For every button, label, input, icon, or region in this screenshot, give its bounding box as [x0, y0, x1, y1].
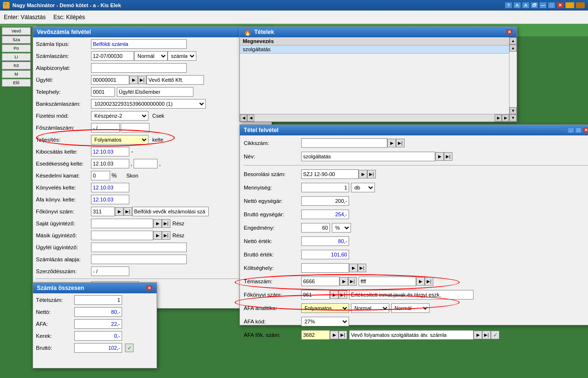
afa-analitika-normal1-select[interactable]: Normal [351, 303, 389, 313]
sajat-ugyintező-input[interactable] [91, 219, 153, 228]
szerzodes-input[interactable] [91, 267, 129, 276]
koltseg-nav1[interactable]: ▶ [349, 264, 358, 272]
tetel-list-item[interactable]: szolgáltatás [240, 45, 517, 54]
telephely-id-input[interactable] [91, 87, 115, 97]
koltseg-input[interactable] [301, 263, 349, 273]
max-btn[interactable]: □ [548, 2, 555, 9]
bankszamlaszam-select[interactable]: 102002322931539600000000 (1) [91, 99, 206, 109]
besorolasi-nav1[interactable]: ▶ [359, 170, 367, 178]
scroll-down2-btn[interactable]: ▼ [509, 107, 517, 114]
szamlaszam-input[interactable] [91, 51, 134, 61]
tf-fokonyvi-nav2[interactable]: ▶| [339, 290, 347, 299]
besorolasi-input[interactable] [301, 169, 359, 179]
besorolasi-nav2[interactable]: ▶| [367, 170, 376, 178]
brutto-ertek-input[interactable] [301, 250, 349, 259]
scroll-right2-btn[interactable]: ▶ [495, 114, 502, 122]
restore-btn[interactable]: 🗗 [531, 2, 538, 9]
temas-desc-nav2[interactable]: ▶| [425, 277, 433, 286]
mennyiseg-unit-select[interactable]: db [351, 183, 375, 192]
mennyiseg-input[interactable] [301, 183, 349, 192]
scroll-up2-btn[interactable]: ▲ [509, 44, 517, 52]
ugyfel-ugyintező-input[interactable] [91, 243, 187, 252]
fokonyvi-nav-next[interactable]: ▶ [115, 207, 124, 216]
afa-analitika-normal2-select[interactable]: Normál [391, 303, 430, 313]
sidebar-item-vevo[interactable]: Vevő [2, 27, 31, 35]
scroll-up-btn[interactable]: ▲ [509, 37, 517, 44]
fokonyvi-input[interactable] [91, 207, 115, 216]
teljesites-select[interactable]: Folyamatos [91, 135, 148, 145]
temas-nav2[interactable]: ▶| [348, 277, 357, 286]
sidebar-item-sza[interactable]: Sza [2, 36, 31, 44]
kibocsatas-input[interactable] [91, 147, 129, 156]
afa-fok-check[interactable]: ✓ [491, 331, 499, 339]
afa-input[interactable] [91, 195, 129, 204]
koltseg-nav2[interactable]: ▶| [358, 264, 366, 272]
afa-analitika-select[interactable]: Folyamatos [301, 303, 349, 313]
scroll-down-btn[interactable]: ▼ [509, 114, 517, 122]
cikkszam-input[interactable] [301, 138, 387, 148]
sajat-nav1[interactable]: ▶ [153, 219, 162, 228]
szamla-tipus-input[interactable] [91, 39, 187, 49]
ugyfel-nav-end[interactable]: ▶| [138, 76, 147, 84]
szamlaszam-szamla-select[interactable]: számla [168, 51, 196, 61]
brutto-egysegar-input[interactable] [301, 210, 349, 219]
tetel-list-close[interactable]: ✕ [506, 29, 513, 35]
tetel-list-scrollbar-h[interactable]: ◀ ◀ ▶ ▶ [240, 114, 509, 122]
netto-ertek-input[interactable] [301, 236, 349, 246]
tf-fokonyvi-desc-input[interactable] [349, 290, 474, 300]
sidebar-item-m[interactable]: M [2, 70, 31, 78]
ugyfel-name-input[interactable] [147, 75, 204, 85]
tf-min-btn[interactable]: _ [567, 127, 574, 133]
szamla-kerek-input[interactable] [74, 331, 122, 341]
menu-esc[interactable]: Esc: Kilépés [53, 14, 85, 21]
masik-nav2[interactable]: ▶| [162, 231, 170, 240]
konyveles-input[interactable] [91, 183, 129, 192]
color-btn2[interactable] [576, 2, 585, 9]
tf-close-btn[interactable]: ✕ [583, 127, 588, 133]
temas-input[interactable] [301, 277, 339, 286]
netto-egysegar-input[interactable] [301, 196, 349, 206]
tetelszam-input[interactable] [74, 295, 122, 305]
telephely-name-input[interactable] [117, 87, 193, 97]
sidebar-item-po[interactable]: Po [2, 44, 31, 52]
fokonyvi-nav-end[interactable]: ▶| [124, 207, 132, 216]
afa-fok-desc-nav2[interactable]: ▶| [482, 331, 491, 339]
afa-fok-szam-input[interactable] [301, 330, 330, 340]
temas-desc-nav1[interactable]: ▶ [416, 277, 425, 286]
nev-input[interactable] [301, 152, 435, 161]
szamla-afa-input[interactable] [74, 319, 122, 329]
szamlazas-input[interactable] [91, 255, 187, 264]
esedekesseg-input2[interactable] [134, 159, 158, 168]
esedekesseg-input[interactable] [91, 159, 129, 168]
sidebar-item-elo[interactable]: Elő [2, 79, 31, 87]
masik-ugyintező-input[interactable] [91, 231, 153, 240]
color-btn1[interactable] [565, 2, 575, 9]
scroll-left2-btn[interactable]: ◀ [247, 114, 254, 122]
close-btn[interactable]: ✕ [556, 2, 564, 9]
help-btn[interactable]: ? [505, 2, 512, 9]
foszamlaszam-input[interactable] [91, 123, 120, 133]
ugyfel-id-input[interactable] [91, 75, 129, 85]
szamla-brutto-input[interactable] [74, 343, 122, 353]
a-btn2[interactable]: A [522, 2, 530, 9]
scroll-left-btn[interactable]: ◀ [240, 114, 247, 122]
afa-fok-desc-input[interactable] [349, 330, 474, 340]
nev-nav1[interactable]: ▶ [435, 152, 444, 161]
tetel-list-scrollbar-v[interactable]: ▲ ▲ ▼ ▼ [509, 37, 517, 122]
afa-kod-select[interactable]: 27% [301, 317, 349, 326]
engedmeny-unit-select[interactable]: % [332, 223, 351, 233]
temas-nav1[interactable]: ▶ [339, 277, 348, 286]
fizmod-select[interactable]: Készpénz-2 [91, 111, 148, 121]
sajat-nav2[interactable]: ▶| [162, 219, 170, 228]
afa-fok-desc-nav1[interactable]: ▶ [474, 331, 482, 339]
cikkszam-nav1[interactable]: ▶ [387, 139, 396, 147]
szamla-close-btn[interactable]: ✕ [146, 285, 153, 291]
tf-fokonyvi-input[interactable] [301, 290, 330, 300]
foszamlaszam-input2[interactable] [121, 123, 149, 133]
szamla-check[interactable]: ✓ [125, 344, 134, 352]
min-btn[interactable]: — [539, 2, 547, 9]
kedelmikamat-input[interactable] [91, 171, 110, 180]
tf-fokonyvi-nav1[interactable]: ▶ [330, 290, 339, 299]
menu-enter[interactable]: Enter: Választás [4, 14, 45, 21]
masik-nav1[interactable]: ▶ [153, 231, 162, 240]
